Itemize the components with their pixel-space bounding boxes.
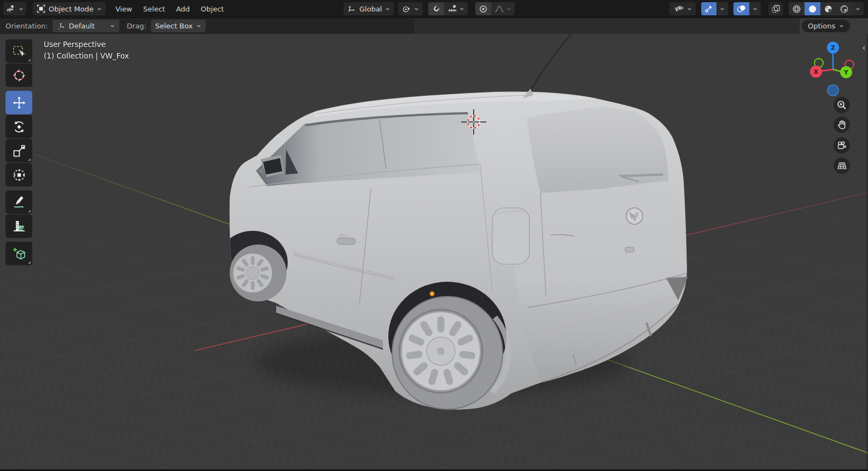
viewport-canvas[interactable] [0, 34, 868, 471]
transform-orientation-dropdown[interactable]: Global [343, 2, 394, 15]
show-overlays-toggle[interactable] [733, 2, 749, 15]
chevron-down-icon [19, 7, 24, 11]
proportional-editing-group [475, 2, 515, 15]
magnet-icon [432, 4, 441, 14]
chevron-down-icon [720, 7, 725, 11]
shading-wireframe-button[interactable] [789, 2, 805, 15]
tool-add-cube[interactable] [5, 242, 32, 265]
pivot-point-icon [402, 4, 411, 13]
ortho-grid-icon [837, 161, 847, 171]
toggle-ortho-button[interactable] [834, 158, 850, 174]
show-overlays-icon [737, 4, 746, 13]
vw-logo [626, 208, 643, 224]
gizmo-y-label: Y [843, 69, 849, 76]
chevron-down-icon [97, 7, 102, 11]
shading-solid-icon [808, 4, 817, 14]
tool-scale[interactable] [5, 139, 32, 162]
zoom-button[interactable] [834, 97, 850, 113]
tool-settings-bar: Orientation: Default Drag: Select Box Op… [0, 18, 868, 34]
tool-measure[interactable] [5, 214, 32, 238]
sidebar-toggle-arrow[interactable]: ‹ [862, 44, 866, 51]
editor-type-selector[interactable] [3, 2, 26, 15]
gizmo-z-label: Z [831, 44, 835, 51]
shading-dropdown[interactable] [852, 2, 864, 15]
mode-dropdown-label: Object Mode [49, 5, 94, 13]
menu-add[interactable]: Add [171, 0, 195, 18]
menu-view[interactable]: View [110, 0, 138, 18]
viewport-overlay-text: User Perspective (1) Collection | VW_Fox [44, 39, 129, 62]
tool-annotate[interactable] [5, 190, 32, 214]
camera-icon [837, 141, 847, 150]
shading-rendered-button[interactable] [836, 2, 852, 15]
proportional-editing-toggle[interactable] [475, 2, 491, 15]
car-model-vw-fox[interactable] [218, 34, 688, 410]
menu-object[interactable]: Object [195, 0, 229, 18]
object-origin-dot[interactable] [430, 292, 434, 296]
show-gizmos-toggle[interactable] [701, 2, 716, 15]
chevron-down-icon [687, 7, 692, 11]
overlays-group [733, 2, 761, 15]
drag-dropdown[interactable]: Select Box [151, 20, 206, 32]
overlays-dropdown[interactable] [749, 2, 761, 15]
editor-type-3d-viewport-icon [6, 4, 15, 13]
proportional-falloff-dropdown[interactable] [491, 2, 515, 15]
navigation-gizmo[interactable]: Z X Y [797, 39, 858, 101]
gizmo-axis-neg-z[interactable] [828, 85, 838, 96]
drag-value: Select Box [155, 22, 193, 30]
shading-mode-group [789, 2, 864, 15]
tool-move[interactable] [5, 91, 32, 114]
show-object-types-icon [673, 4, 684, 13]
object-mode-icon [37, 4, 45, 13]
tool-select-box[interactable] [5, 39, 32, 63]
menu-select[interactable]: Select [138, 0, 171, 18]
tool-transform[interactable] [5, 163, 32, 187]
orientation-value: Default [69, 22, 106, 30]
car-front-wheel [230, 245, 287, 301]
orientation-global-icon [347, 4, 356, 13]
proportional-editing-icon [479, 4, 488, 14]
show-gizmo-icon [704, 4, 713, 13]
gizmo-x-label: X [814, 68, 819, 75]
snap-toggle[interactable] [428, 2, 444, 15]
options-dropdown[interactable]: Options [802, 20, 850, 32]
cursor-tool-icon [12, 68, 26, 83]
select-box-icon [12, 44, 26, 59]
hand-icon [837, 120, 847, 130]
active-object-label: (1) Collection | VW_Fox [44, 50, 129, 62]
chevron-down-icon [753, 7, 758, 11]
car-antenna [527, 34, 572, 97]
shading-material-button[interactable] [820, 2, 836, 15]
transform-tool-icon [12, 168, 26, 182]
toggle-xray-button[interactable] [768, 2, 783, 15]
shading-solid-button[interactable] [805, 2, 820, 15]
falloff-curve-icon [494, 4, 504, 13]
snap-target-dropdown[interactable] [444, 2, 468, 15]
move-tool-icon [12, 96, 26, 110]
tool-rotate[interactable] [5, 115, 32, 138]
add-cube-icon [12, 247, 26, 261]
tool-cursor[interactable] [5, 63, 32, 87]
orientation-label: Orientation: [5, 22, 48, 30]
chevron-down-icon [839, 24, 844, 28]
orientation-dropdown[interactable]: Default [53, 20, 119, 32]
pivot-point-dropdown[interactable] [398, 2, 423, 15]
shading-rendered-icon [840, 4, 849, 14]
show-object-types-dropdown[interactable] [669, 2, 696, 15]
gizmos-group [701, 2, 728, 15]
chevron-down-icon [855, 7, 860, 11]
snap-increment-icon [447, 4, 457, 13]
orientation-default-icon [57, 22, 65, 30]
rotate-tool-icon [12, 120, 26, 134]
transform-orientation-label: Global [359, 5, 382, 13]
gizmos-dropdown[interactable] [716, 2, 728, 15]
toolbar [5, 39, 32, 266]
shading-wireframe-icon [792, 4, 801, 14]
annotate-tool-icon [12, 195, 26, 210]
pan-button[interactable] [834, 117, 850, 133]
viewport-3d[interactable]: User Perspective (1) Collection | VW_Fox [0, 34, 868, 471]
snap-group [428, 2, 468, 15]
chevron-down-icon [110, 24, 115, 28]
scale-tool-icon [12, 144, 26, 158]
camera-view-button[interactable] [834, 137, 850, 154]
mode-dropdown[interactable]: Object Mode [33, 2, 106, 15]
